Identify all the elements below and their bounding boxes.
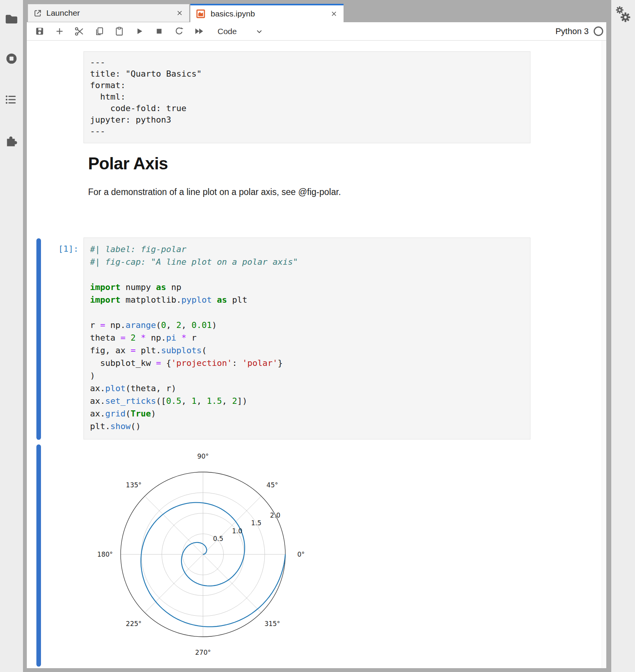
folder-icon: [4, 13, 19, 26]
markdown-paragraph: For a demonstration of a line plot on a …: [88, 187, 341, 197]
tab-bar: Launcher basics.ipynb: [27, 4, 606, 22]
restart-kernel-button[interactable]: [173, 26, 185, 37]
tab-launcher[interactable]: Launcher: [28, 4, 190, 22]
theta-tick-label: 270°: [195, 649, 211, 656]
main-dock-panel: Launcher basics.ipynb: [27, 4, 606, 668]
right-sidebar: [611, 0, 635, 672]
plus-icon: [54, 26, 65, 36]
tab-basics-ipynb[interactable]: basics.ipynb: [190, 4, 344, 22]
extensions-tab[interactable]: [0, 132, 23, 149]
code-line: ): [90, 369, 524, 382]
theta-tick-label: 90°: [197, 452, 209, 460]
r-tick-label: 1.0: [232, 527, 242, 535]
code-line: import matplotlib.pyplot as plt: [90, 293, 524, 306]
table-of-contents-icon: [4, 92, 19, 107]
code-line: plt.show(): [90, 420, 524, 433]
notebook-toolbar: Code Python 3: [27, 22, 606, 41]
polar-axes: 0°45°90°135°180°225°270°315°0.51.01.52.0: [77, 444, 329, 668]
code-line: theta = 2 * np.pi * r: [90, 331, 524, 344]
yaml-line: format:: [90, 80, 524, 91]
code-line: import numpy as np: [90, 281, 524, 293]
output-collapser[interactable]: [36, 444, 41, 667]
yaml-line: html:: [90, 91, 524, 103]
clipboard-icon: [114, 26, 124, 36]
close-tab-icon[interactable]: [330, 10, 338, 18]
table-of-contents-tab[interactable]: [0, 91, 23, 108]
run-all-button[interactable]: [193, 26, 205, 37]
launcher-icon: [33, 9, 42, 18]
run-cell-button[interactable]: [133, 26, 145, 37]
running-kernels-tab[interactable]: [0, 50, 23, 67]
r-tick-label: 1.5: [251, 519, 261, 527]
notebook-icon: [196, 9, 206, 19]
property-inspector-tab[interactable]: [614, 5, 632, 26]
code-line: [90, 306, 524, 319]
theta-tick-label: 45°: [267, 481, 278, 489]
input-collapser[interactable]: [36, 238, 41, 440]
cut-cells-button[interactable]: [74, 26, 85, 37]
file-browser-tab[interactable]: [0, 11, 23, 28]
scissors-icon: [74, 26, 85, 37]
yaml-line: ---: [90, 57, 524, 68]
code-line: ax.plot(theta, r): [90, 382, 524, 395]
property-inspector-gears-icon: [614, 5, 632, 25]
tab-title: Launcher: [46, 8, 80, 18]
fast-forward-icon: [193, 26, 205, 36]
chevron-down-icon: [255, 27, 263, 36]
theta-tick-label: 180°: [97, 551, 113, 558]
yaml-line: code-fold: true: [90, 103, 524, 114]
restart-icon: [174, 26, 184, 36]
raw-cell-yaml[interactable]: ---title: "Quarto Basics"format: html: c…: [83, 51, 530, 143]
code-line: subplot_kw = {'projection': 'polar'}: [90, 357, 524, 369]
execution-count: [1]:: [40, 243, 79, 255]
insert-cell-button[interactable]: [54, 26, 65, 37]
close-tab-icon[interactable]: [175, 9, 184, 17]
yaml-line: title: "Quarto Basics": [90, 68, 524, 80]
yaml-line: jupyter: python3: [90, 114, 524, 126]
theta-tick-label: 135°: [126, 481, 142, 489]
cell-output-polar-plot: 0°45°90°135°180°225°270°315°0.51.01.52.0: [77, 444, 329, 668]
code-line: #| fig-cap: "A line plot on a polar axis…: [90, 256, 524, 268]
code-line: r = np.arange(0, 2, 0.01): [90, 319, 524, 331]
tab-title: basics.ipynb: [211, 9, 255, 18]
puzzle-icon: [5, 134, 18, 148]
copy-cells-button[interactable]: [93, 26, 105, 37]
code-line: ax.set_rticks([0.5, 1, 1.5, 2]): [90, 395, 524, 407]
markdown-heading: Polar Axis: [88, 154, 168, 173]
stop-icon: [154, 26, 164, 36]
code-line: [90, 268, 524, 281]
code-line: fig, ax = plt.subplots(: [90, 344, 524, 357]
interrupt-kernel-button[interactable]: [153, 26, 165, 37]
yaml-line: ---: [90, 126, 524, 137]
theta-tick-label: 225°: [126, 620, 142, 628]
save-button[interactable]: [34, 26, 45, 37]
r-tick-label: 0.5: [213, 535, 223, 543]
copy-icon: [94, 26, 105, 36]
theta-tick-label: 0°: [297, 551, 304, 558]
theta-tick-label: 315°: [264, 620, 280, 628]
kernel-indicator: Python 3: [555, 26, 603, 36]
running-kernels-icon: [4, 51, 19, 66]
r-tick-label: 2.0: [270, 511, 280, 519]
scrollbar-track[interactable]: [602, 41, 606, 668]
save-icon: [34, 26, 45, 36]
code-cell-input[interactable]: #| label: fig-polar#| fig-cap: "A line p…: [83, 238, 530, 439]
code-line: #| label: fig-polar: [90, 243, 524, 256]
code-line: ax.grid(True): [90, 407, 524, 420]
kernel-status-icon[interactable]: [594, 26, 603, 36]
left-sidebar: [0, 0, 23, 672]
paste-cells-button[interactable]: [113, 26, 125, 37]
run-icon: [134, 26, 144, 36]
cell-type-value: Code: [218, 27, 237, 36]
cell-type-select[interactable]: Code: [218, 27, 263, 36]
notebook-panel: ---title: "Quarto Basics"format: html: c…: [27, 41, 606, 668]
kernel-name: Python 3: [555, 26, 589, 36]
